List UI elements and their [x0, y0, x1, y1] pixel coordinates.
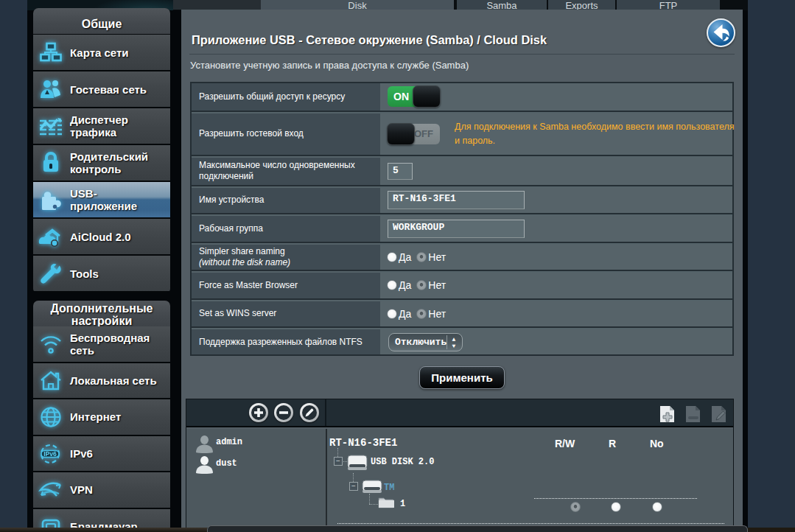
svg-text:IPv6: IPv6 [43, 450, 57, 458]
